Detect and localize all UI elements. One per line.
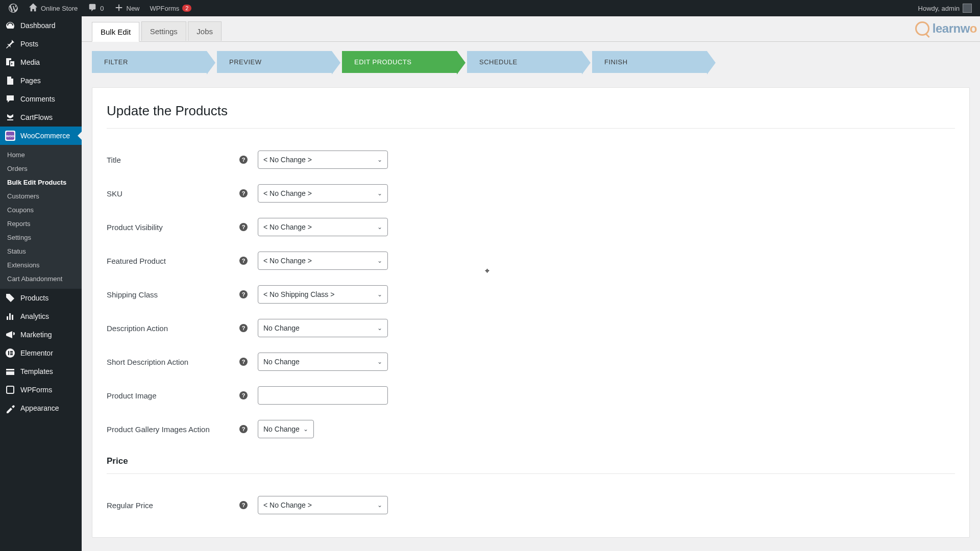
help-regular-price[interactable]: ? — [239, 501, 258, 509]
sidebar-item-pages[interactable]: Pages — [0, 71, 82, 90]
step-preview[interactable]: PREVIEW — [217, 51, 332, 73]
select-sku[interactable]: < No Change >⌄ — [258, 184, 388, 203]
help-product-visibility[interactable]: ? — [239, 223, 258, 231]
admin-bar-right: Howdy, admin — [914, 0, 976, 16]
sidebar-item-products[interactable]: Products — [0, 289, 82, 307]
sidebar-item-label: Comments — [20, 95, 55, 103]
sidebar-item-label: Templates — [20, 367, 53, 375]
sidebar-item-label: Elementor — [20, 349, 53, 357]
help-description-action[interactable]: ? — [239, 324, 258, 332]
select-shipping-class[interactable]: < No Shipping Class >⌄ — [258, 285, 388, 304]
chevron-down-icon: ⌄ — [377, 358, 382, 365]
woocommerce-submenu: Home Orders Bulk Edit Products Customers… — [0, 145, 82, 289]
price-section-title: Price — [107, 456, 955, 466]
sidebar-item-elementor[interactable]: Elementor — [0, 344, 82, 362]
submenu-item-bulk-edit[interactable]: Bulk Edit Products — [0, 176, 82, 189]
sidebar-item-label: Analytics — [20, 312, 49, 320]
sidebar-item-label: Posts — [20, 40, 38, 48]
comments-link[interactable]: 0 — [84, 0, 108, 16]
submenu-item-cart-abandonment[interactable]: Cart Abandonment — [0, 272, 82, 286]
templates-icon — [5, 366, 15, 377]
input-product-image[interactable] — [258, 386, 388, 405]
select-product-visibility[interactable]: < No Change >⌄ — [258, 218, 388, 236]
help-title[interactable]: ? — [239, 156, 258, 164]
howdy-account[interactable]: Howdy, admin — [914, 0, 976, 16]
submenu-item-coupons[interactable]: Coupons — [0, 203, 82, 217]
step-finish[interactable]: FINISH — [592, 51, 707, 73]
analytics-icon — [5, 311, 15, 321]
chevron-down-icon: ⌄ — [377, 223, 382, 231]
products-icon — [5, 293, 15, 303]
tab-jobs[interactable]: Jobs — [188, 21, 222, 41]
sidebar-item-posts[interactable]: Posts — [0, 35, 82, 53]
tab-settings[interactable]: Settings — [141, 21, 186, 41]
svg-text:woo: woo — [6, 134, 14, 138]
sidebar-item-label: Products — [20, 294, 48, 302]
step-filter[interactable]: FILTER — [92, 51, 207, 73]
chevron-down-icon: ⌄ — [377, 156, 382, 163]
svg-rect-5 — [10, 353, 13, 354]
help-icon: ? — [239, 189, 248, 197]
row-product-image: Product Image ? — [107, 379, 955, 412]
help-icon: ? — [239, 156, 248, 164]
label-product-image: Product Image — [107, 391, 239, 400]
select-featured-product[interactable]: < No Change >⌄ — [258, 252, 388, 270]
submenu-item-customers[interactable]: Customers — [0, 189, 82, 203]
sidebar-item-dashboard[interactable]: Dashboard — [0, 16, 82, 35]
sidebar-item-templates[interactable]: Templates — [0, 362, 82, 381]
help-shipping-class[interactable]: ? — [239, 290, 258, 298]
submenu-item-orders[interactable]: Orders — [0, 162, 82, 176]
row-product-visibility: Product Visibility ? < No Change >⌄ — [107, 210, 955, 244]
sidebar-item-label: Pages — [20, 77, 41, 85]
help-short-description-action[interactable]: ? — [239, 358, 258, 366]
select-short-description-action[interactable]: No Change⌄ — [258, 353, 388, 371]
chevron-down-icon: ⌄ — [377, 291, 382, 298]
wizard-steps: FILTER PREVIEW EDIT PRODUCTS SCHEDULE FI… — [82, 42, 980, 82]
pin-icon — [5, 39, 15, 49]
submenu-item-status[interactable]: Status — [0, 244, 82, 258]
step-schedule[interactable]: SCHEDULE — [467, 51, 582, 73]
wpforms-link[interactable]: WPForms 2 — [146, 0, 196, 16]
select-title[interactable]: < No Change >⌄ — [258, 151, 388, 169]
media-icon — [5, 57, 15, 67]
sidebar-item-woocommerce[interactable]: woo WooCommerce — [0, 127, 82, 145]
howdy-text: Howdy, admin — [918, 5, 960, 12]
sidebar-item-label: Marketing — [20, 331, 52, 339]
chevron-down-icon: ⌄ — [377, 324, 382, 332]
sidebar-item-analytics[interactable]: Analytics — [0, 307, 82, 325]
sidebar-item-label: CartFlows — [20, 113, 53, 121]
sidebar-item-appearance[interactable]: Appearance — [0, 399, 82, 417]
sidebar-item-comments[interactable]: Comments — [0, 90, 82, 108]
help-featured-product[interactable]: ? — [239, 257, 258, 265]
site-name-link[interactable]: Online Store — [24, 0, 82, 16]
admin-bar-left: Online Store 0 New WPForms 2 — [4, 0, 195, 16]
new-content-link[interactable]: New — [110, 0, 144, 16]
svg-rect-3 — [8, 351, 9, 355]
sidebar-item-cartflows[interactable]: CartFlows — [0, 108, 82, 127]
tab-bulk-edit[interactable]: Bulk Edit — [92, 22, 139, 42]
label-featured-product: Featured Product — [107, 257, 239, 265]
label-product-visibility: Product Visibility — [107, 223, 239, 232]
submenu-item-settings[interactable]: Settings — [0, 231, 82, 244]
step-edit-products[interactable]: EDIT PRODUCTS — [342, 51, 457, 73]
elementor-icon — [5, 348, 15, 358]
comments-count: 0 — [100, 5, 104, 12]
sidebar-item-wpforms[interactable]: WPForms — [0, 381, 82, 399]
watermark: learnwo — [915, 21, 977, 36]
appearance-icon — [5, 403, 15, 413]
wordpress-logo[interactable] — [4, 0, 22, 16]
select-gallery-action[interactable]: No Change⌄ — [258, 420, 314, 438]
submenu-item-home[interactable]: Home — [0, 148, 82, 162]
select-regular-price[interactable]: < No Change >⌄ — [258, 496, 388, 514]
label-description-action: Description Action — [107, 324, 239, 333]
wpforms-badge: 2 — [182, 5, 191, 12]
submenu-item-reports[interactable]: Reports — [0, 217, 82, 231]
help-product-image[interactable]: ? — [239, 391, 258, 399]
submenu-item-extensions[interactable]: Extensions — [0, 258, 82, 272]
help-sku[interactable]: ? — [239, 189, 258, 197]
help-gallery-action[interactable]: ? — [239, 425, 258, 433]
select-description-action[interactable]: No Change⌄ — [258, 319, 388, 337]
sidebar-item-marketing[interactable]: Marketing — [0, 325, 82, 344]
cartflows-icon — [5, 112, 15, 122]
sidebar-item-media[interactable]: Media — [0, 53, 82, 71]
